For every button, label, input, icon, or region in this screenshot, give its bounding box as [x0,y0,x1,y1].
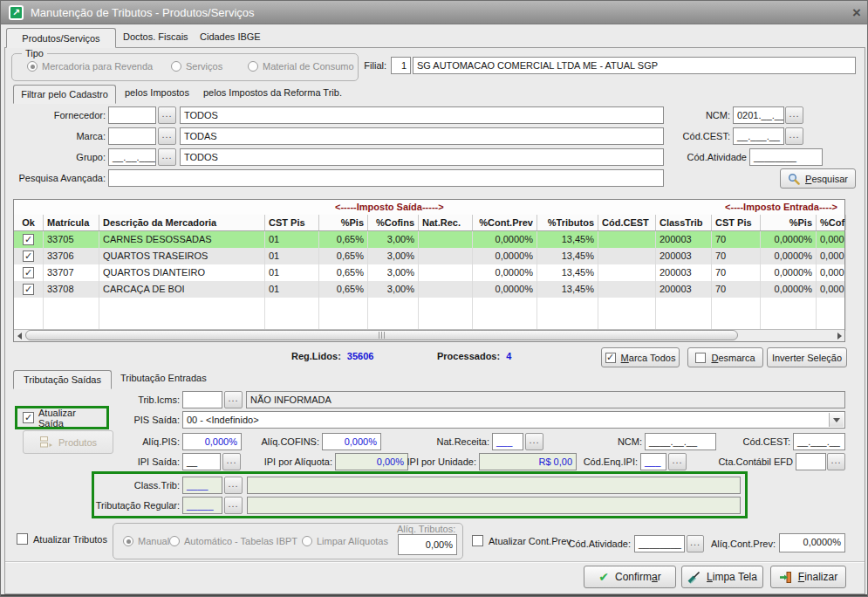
cest-filter-input[interactable]: __.___.__ [733,127,784,145]
tributacao-regular-lookup-button[interactable]: ... [224,497,243,514]
nat-receita-input[interactable]: ___ [492,433,523,450]
cod-enq-ipi-lookup-button[interactable]: ... [668,453,687,470]
app-logo-icon: ↗ [9,5,24,20]
ncm-saida-input[interactable]: ____.__.__ [645,433,716,450]
cod-atividade-filter-input[interactable]: ________ [749,148,823,166]
tab-tributacao-saidas[interactable]: Tributação Saídas [13,370,112,389]
close-icon[interactable]: × [852,5,861,20]
radio-material-consumo[interactable]: Material de Consumo [248,61,354,72]
col-cst-pis-saida: CST Pis [265,215,319,230]
ipi-saida-lookup-button[interactable]: ... [222,453,241,470]
scroll-left-arrow-icon[interactable] [14,330,24,341]
marca-code-input[interactable] [108,127,156,145]
tab-doctos-fiscais[interactable]: Doctos. Fiscais [123,31,188,42]
cod-atividade-input[interactable]: ________ [634,535,685,552]
cod-enq-ipi-input[interactable]: ___ [640,453,666,470]
cell-nat-rec [419,231,473,248]
grupo-code-input[interactable]: __.__.___ [108,148,156,166]
aliq-pis-input[interactable]: 0,000% [182,433,242,450]
pesquisar-button[interactable]: Pesquisar [780,168,856,189]
trib-icms-code-input[interactable] [182,391,222,408]
reg-lidos-status: Reg.Lidos: 35606 [291,351,373,361]
reg-lidos-value: 35606 [347,351,374,361]
scroll-right-arrow-icon[interactable] [834,330,844,341]
atualizar-cont-prev-checkbox[interactable]: Atualizar Cont.Prev [472,535,571,546]
cod-atividade-lookup-button[interactable]: ... [687,535,704,552]
fornecedor-code-input[interactable] [108,106,156,124]
limpa-tela-button[interactable]: Limpa Tela [681,566,763,588]
pis-saida-dropdown[interactable]: 00 - <Indefinido> [182,411,845,429]
cell-cofins-saida: 3,00% [368,281,419,298]
table-row[interactable]: ✓ 33707 QUARTOS DIANTEIRO 01 0,65% 3,00%… [14,264,844,281]
class-trib-lookup-button[interactable]: ... [224,477,243,494]
cell-class-trib: 200003 [656,281,712,298]
radio-servicos[interactable]: Serviços [171,61,222,72]
marca-todos-button[interactable]: ✓ Marca Todos [601,347,680,367]
radio-mercadoria-revenda[interactable]: Mercadoria para Revenda [27,61,153,72]
table-row[interactable]: ✓ [14,298,844,314]
radio-automatico-ibpt[interactable]: Automático - Tabelas IBPT [169,536,297,546]
fornecedor-lookup-button[interactable]: ... [158,106,176,124]
scrollbar-track[interactable] [24,330,834,341]
marca-label: Marca: [6,127,106,145]
grid-body: ✓ 33705 CARNES DESOSSADAS 01 0,65% 3,00%… [14,231,844,331]
pesquisa-avancada-input[interactable] [108,169,664,187]
col-cont-prev: %Cont.Prev [473,215,537,230]
row-checkbox[interactable]: ✓ [23,234,34,245]
radio-manual[interactable]: Manual [123,536,169,546]
inverter-selecao-button[interactable]: Inverter Seleção [767,347,847,367]
scrollbar-thumb[interactable] [25,330,738,340]
tab-filtrar-cadastro[interactable]: Filtrar pelo Cadastro [13,85,116,104]
grupo-lookup-button[interactable]: ... [158,148,176,166]
atualizar-tributos-checkbox[interactable]: Atualizar Tributos [17,533,107,545]
chevron-down-icon[interactable] [829,413,844,427]
footer-divider [5,561,865,563]
ipi-aliquota-field: 0,00% [335,453,408,470]
row-checkbox[interactable]: ✓ [23,267,34,278]
nat-receita-lookup-button[interactable]: ... [525,433,543,450]
grid-header-row: Ok Matrícula Descrição da Mercadoria CST… [14,215,844,231]
aliq-cofins-label: Alíq.COFINS: [245,433,319,450]
ncm-lookup-button[interactable]: ... [785,106,803,124]
desmarca-label: Desmarca [711,353,755,363]
cta-contabil-lookup-button[interactable]: ... [827,453,845,470]
cell-tributos: 13,45% [537,281,598,298]
cell-cofins-entrada: 0,000 [817,248,846,264]
cell-matricula: 33708 [44,281,99,298]
cest-saida-input[interactable]: __.___.__ [793,433,845,450]
row-checkbox[interactable]: ✓ [23,250,34,262]
cell-cod-cest [598,281,656,298]
tributacao-regular-code-input[interactable]: _____ [182,497,222,514]
cest-lookup-button[interactable]: ... [785,127,803,145]
marca-lookup-button[interactable]: ... [158,127,176,145]
cell-cod-cest [598,264,656,281]
filial-code-input[interactable]: 1 [391,57,411,74]
checked-checkbox-icon: ✓ [605,353,616,363]
table-row[interactable]: ✓ 33705 CARNES DESOSSADAS 01 0,65% 3,00%… [14,231,844,248]
title-bar[interactable]: ↗ Manutenção de Tributos - Produtos/Serv… [1,1,868,24]
tab-tributacao-entradas[interactable]: Tributação Entradas [120,373,207,383]
confirmar-button[interactable]: ✔ Confirmar [584,566,676,588]
products-grid[interactable]: <-----Imposto Saída-----> <----Imposto E… [13,199,845,342]
radio-selected-icon [123,536,133,546]
processados-value: 4 [506,351,511,361]
cell-cont-prev: 0,0000% [473,248,537,264]
aliq-cofins-input[interactable]: 0,000% [322,433,381,450]
grid-horizontal-scrollbar[interactable] [14,329,844,341]
tab-produtos-servicos[interactable]: Produtos/Serviços [6,28,116,48]
class-trib-code-input[interactable]: ____ [182,477,222,494]
ipi-saida-input[interactable]: __ [182,453,221,470]
trib-icms-lookup-button[interactable]: ... [224,391,243,408]
table-row[interactable]: ✓ 33706 QUARTOS TRASEIROS 01 0,65% 3,00%… [14,248,844,264]
tab-pelos-impostos[interactable]: pelos Impostos [125,87,189,98]
row-checkbox[interactable]: ✓ [23,284,34,295]
ncm-filter-input[interactable]: 0201.__.__ [733,106,784,124]
tab-cidades-ibge[interactable]: Cidades IBGE [200,31,261,42]
table-row[interactable]: ✓ 33708 CARCAÇA DE BOI 01 0,65% 3,00% 0,… [14,281,844,298]
tab-impostos-reforma[interactable]: pelos Impostos da Reforma Trib. [203,87,342,98]
desmarca-button[interactable]: Desmarca [687,347,763,367]
cell-class-trib: 200003 [656,248,712,264]
cta-contabil-input[interactable] [796,453,826,470]
radio-limpar-aliquotas[interactable]: Limpar Alíquotas [302,536,388,546]
finalizar-button[interactable]: Finalizar [770,566,846,588]
